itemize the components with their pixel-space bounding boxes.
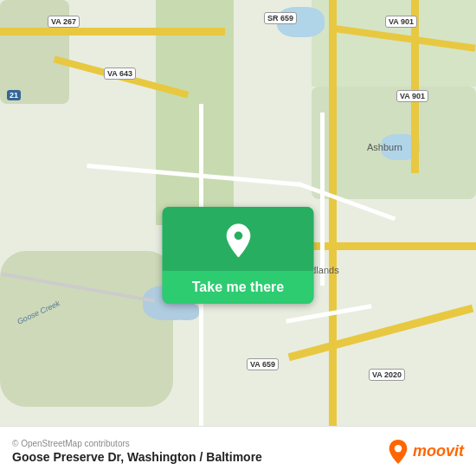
road-label-va643: VA 643 <box>104 68 136 80</box>
road-label-va901-top: VA 901 <box>385 16 417 28</box>
btn-label: Take me there <box>163 271 314 304</box>
road-label-va901-right: VA 901 <box>396 90 428 102</box>
road-label-va21: 21 <box>7 90 21 100</box>
road-label-va267: VA 267 <box>48 16 80 28</box>
moovit-logo: moovit <box>387 439 464 465</box>
place-label-ashburn: Ashburn <box>367 142 402 152</box>
location-name: Goose Preserve Dr, Washington / Baltimor… <box>12 450 262 464</box>
road-label-sr659-top: SR 659 <box>264 12 297 24</box>
road-label-va2020: VA 2020 <box>369 369 405 381</box>
svg-point-1 <box>395 445 402 452</box>
map: VA 267 VA 643 SR 659 VA 901 VA 901 VA 65… <box>0 0 476 476</box>
road-label-va659-bot: VA 659 <box>247 358 279 370</box>
moovit-pin-icon <box>387 439 409 465</box>
take-me-there-button[interactable]: Take me there <box>163 207 314 304</box>
moovit-text: moovit <box>413 442 464 460</box>
copyright: © OpenStreetMap contributors <box>12 439 262 448</box>
bottom-left: © OpenStreetMap contributors Goose Prese… <box>12 439 262 464</box>
pin-area <box>163 207 314 271</box>
location-pin-icon <box>222 222 254 259</box>
svg-point-0 <box>234 232 242 241</box>
bottom-bar: © OpenStreetMap contributors Goose Prese… <box>0 426 476 476</box>
